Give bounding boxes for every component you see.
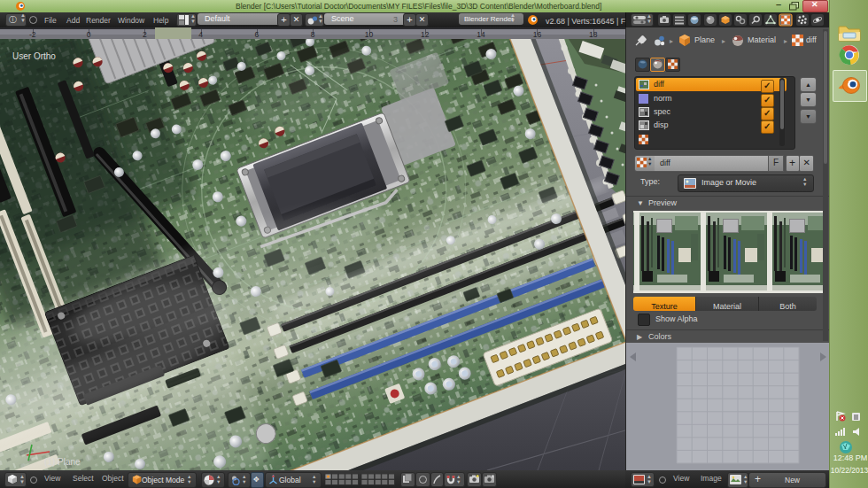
svg-text:User Ortho: User Ortho bbox=[12, 51, 56, 61]
svg-text:(1) Plane: (1) Plane bbox=[44, 457, 81, 467]
